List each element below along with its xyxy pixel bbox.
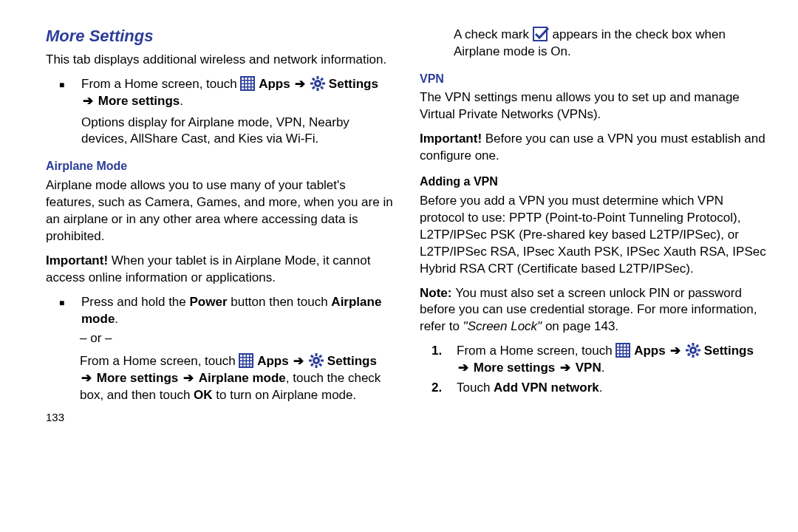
svg-rect-23 xyxy=(312,86,316,89)
note-label: Note: xyxy=(420,286,455,300)
apps-label: Apps xyxy=(257,354,292,368)
ok-label: OK xyxy=(194,388,213,402)
svg-rect-12 xyxy=(252,84,254,86)
apps-grid-icon xyxy=(615,343,630,358)
svg-rect-33 xyxy=(244,358,246,361)
step-number: 2. xyxy=(420,380,457,397)
svg-rect-8 xyxy=(252,81,254,83)
svg-rect-21 xyxy=(322,82,325,84)
svg-rect-78 xyxy=(687,352,691,356)
more-settings-label: More settings xyxy=(474,361,559,375)
svg-rect-9 xyxy=(242,84,244,86)
step-2: 2. Touch Add VPN network. xyxy=(420,380,767,397)
page-number: 133 xyxy=(46,410,393,425)
text: Press and hold the xyxy=(81,295,189,309)
period: . xyxy=(601,361,605,375)
svg-rect-28 xyxy=(240,355,242,357)
svg-rect-20 xyxy=(310,82,313,84)
arrow-icon: ➔ xyxy=(81,94,95,108)
heading-more-settings: More Settings xyxy=(46,25,393,47)
power-label: Power xyxy=(189,295,227,309)
svg-rect-77 xyxy=(695,344,699,348)
vpn-label: VPN xyxy=(576,361,601,375)
svg-rect-65 xyxy=(621,351,623,353)
svg-rect-22 xyxy=(320,77,324,81)
svg-rect-36 xyxy=(240,361,242,364)
svg-rect-45 xyxy=(316,353,318,356)
svg-rect-35 xyxy=(250,358,253,361)
svg-rect-37 xyxy=(244,361,246,364)
svg-point-53 xyxy=(315,359,318,362)
step-1: 1. From a Home screen, touch Apps ➔ Sett… xyxy=(420,343,767,377)
period: . xyxy=(115,312,118,326)
svg-rect-42 xyxy=(247,365,249,367)
text: button then touch xyxy=(228,295,332,309)
bullet-body: From a Home screen, touch Apps ➔ Setting… xyxy=(77,76,393,149)
svg-rect-57 xyxy=(621,344,623,347)
svg-point-81 xyxy=(692,349,695,352)
gear-icon xyxy=(686,343,700,358)
apps-grid-icon xyxy=(240,76,255,91)
svg-rect-43 xyxy=(250,365,253,367)
heading-airplane-mode: Airplane Mode xyxy=(46,158,393,174)
svg-rect-51 xyxy=(310,355,314,358)
svg-point-26 xyxy=(316,82,319,85)
arrow-icon: ➔ xyxy=(293,77,307,91)
svg-rect-48 xyxy=(321,360,324,362)
svg-rect-54 xyxy=(533,27,547,41)
important-label: Important! xyxy=(46,253,112,267)
svg-rect-49 xyxy=(318,355,322,358)
arrow-icon: ➔ xyxy=(80,371,93,385)
settings-label: Settings xyxy=(329,77,378,91)
period: . xyxy=(599,381,603,395)
svg-rect-59 xyxy=(627,344,630,347)
bullet-square-icon: ■ xyxy=(46,76,77,149)
svg-rect-69 xyxy=(621,355,623,357)
svg-rect-11 xyxy=(248,84,250,86)
arrow-icon: ➔ xyxy=(559,361,572,375)
text: A check mark xyxy=(454,27,533,41)
svg-rect-41 xyxy=(244,365,246,367)
heading-vpn: VPN xyxy=(420,71,767,87)
svg-rect-47 xyxy=(309,360,312,362)
svg-rect-79 xyxy=(687,344,691,348)
svg-rect-3 xyxy=(248,78,250,80)
svg-rect-46 xyxy=(316,365,318,368)
svg-rect-5 xyxy=(242,81,244,83)
svg-rect-4 xyxy=(252,78,254,80)
gear-icon xyxy=(309,353,324,368)
arrow-icon: ➔ xyxy=(669,344,682,358)
important-note-vpn: Important! Before you can use a VPN you … xyxy=(420,131,767,165)
svg-rect-56 xyxy=(617,344,619,347)
arrow-icon: ➔ xyxy=(457,361,470,375)
svg-rect-2 xyxy=(245,78,248,80)
text: From a Home screen, touch xyxy=(80,354,239,368)
screen-lock-reference: "Screen Lock" xyxy=(463,319,542,333)
svg-rect-66 xyxy=(624,351,626,353)
adding-vpn-description: Before you add a VPN you must determine … xyxy=(420,193,767,278)
more-settings-label: More settings xyxy=(97,371,182,385)
svg-rect-15 xyxy=(248,87,250,89)
text: on page 143. xyxy=(542,319,618,333)
svg-rect-16 xyxy=(252,87,254,89)
airplane-alt-instruction: From a Home screen, touch Apps ➔ Setting… xyxy=(80,353,393,404)
svg-rect-52 xyxy=(318,364,322,367)
text: to turn on Airplane mode. xyxy=(213,388,357,402)
svg-rect-14 xyxy=(245,87,248,89)
svg-rect-39 xyxy=(250,361,253,364)
svg-rect-74 xyxy=(692,355,695,358)
document-page: More Settings This tab displays addition… xyxy=(0,0,798,532)
bullet-press-power: ■ Press and hold the Power button then t… xyxy=(46,294,393,328)
svg-rect-58 xyxy=(624,344,626,347)
svg-rect-1 xyxy=(242,78,244,80)
vpn-description: The VPN settings menu allows you to set … xyxy=(420,89,767,123)
svg-rect-40 xyxy=(240,365,242,367)
svg-rect-31 xyxy=(250,355,253,357)
gear-icon xyxy=(310,76,325,91)
svg-rect-25 xyxy=(320,86,324,89)
important-label: Important! xyxy=(420,132,485,146)
bullet-body: Press and hold the Power button then tou… xyxy=(77,294,393,328)
bullet-square-icon: ■ xyxy=(46,294,77,328)
svg-rect-29 xyxy=(244,355,246,357)
svg-rect-63 xyxy=(627,348,630,350)
